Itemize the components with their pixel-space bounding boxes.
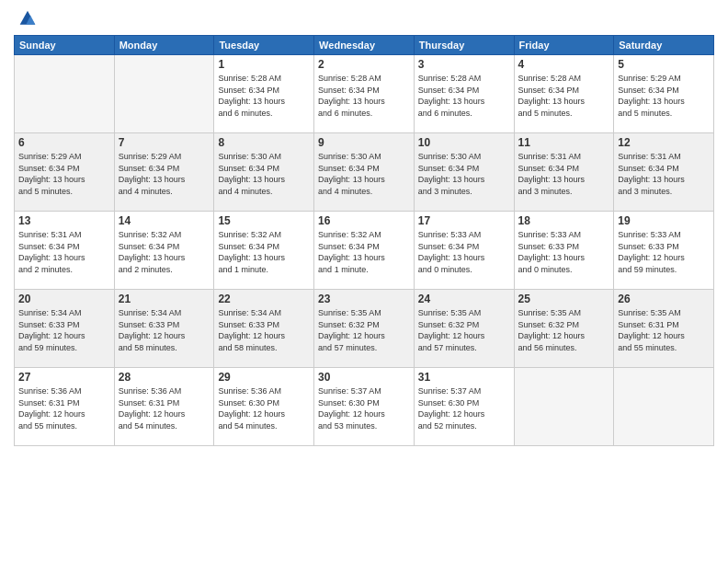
calendar-cell: 6Sunrise: 5:29 AM Sunset: 6:34 PM Daylig… [15,133,115,212]
day-info: Sunrise: 5:34 AM Sunset: 6:33 PM Dayligh… [119,307,210,353]
day-info: Sunrise: 5:34 AM Sunset: 6:33 PM Dayligh… [218,307,310,353]
calendar-cell: 19Sunrise: 5:33 AM Sunset: 6:33 PM Dayli… [614,212,714,290]
day-info: Sunrise: 5:28 AM Sunset: 6:34 PM Dayligh… [318,73,410,119]
calendar-cell: 2Sunrise: 5:28 AM Sunset: 6:34 PM Daylig… [314,55,415,133]
logo [14,9,37,28]
day-info: Sunrise: 5:36 AM Sunset: 6:31 PM Dayligh… [119,385,210,431]
week-row-5: 27Sunrise: 5:36 AM Sunset: 6:31 PM Dayli… [15,368,714,446]
day-info: Sunrise: 5:37 AM Sunset: 6:30 PM Dayligh… [418,385,510,431]
week-row-1: 1Sunrise: 5:28 AM Sunset: 6:34 PM Daylig… [15,55,714,133]
day-info: Sunrise: 5:32 AM Sunset: 6:34 PM Dayligh… [318,229,410,275]
calendar-cell [114,55,214,133]
day-info: Sunrise: 5:33 AM Sunset: 6:34 PM Dayligh… [418,229,510,275]
day-number: 3 [418,58,510,71]
day-info: Sunrise: 5:34 AM Sunset: 6:33 PM Dayligh… [18,307,110,353]
day-number: 18 [518,214,610,227]
calendar-cell: 23Sunrise: 5:35 AM Sunset: 6:32 PM Dayli… [314,290,415,368]
calendar-cell [15,55,115,133]
day-number: 2 [318,58,410,71]
calendar-cell: 13Sunrise: 5:31 AM Sunset: 6:34 PM Dayli… [15,212,115,290]
calendar: SundayMondayTuesdayWednesdayThursdayFrid… [14,35,714,446]
day-number: 30 [318,371,410,384]
day-info: Sunrise: 5:32 AM Sunset: 6:34 PM Dayligh… [218,229,310,275]
day-info: Sunrise: 5:36 AM Sunset: 6:30 PM Dayligh… [218,385,310,431]
day-info: Sunrise: 5:31 AM Sunset: 6:34 PM Dayligh… [618,151,710,197]
day-number: 14 [119,214,210,227]
page: SundayMondayTuesdayWednesdayThursdayFrid… [0,0,728,563]
calendar-cell: 1Sunrise: 5:28 AM Sunset: 6:34 PM Daylig… [214,55,314,133]
day-info: Sunrise: 5:28 AM Sunset: 6:34 PM Dayligh… [518,73,610,119]
calendar-cell: 21Sunrise: 5:34 AM Sunset: 6:33 PM Dayli… [114,290,214,368]
day-number: 12 [618,136,710,149]
calendar-cell: 7Sunrise: 5:29 AM Sunset: 6:34 PM Daylig… [114,133,214,212]
day-number: 13 [18,214,110,227]
day-info: Sunrise: 5:30 AM Sunset: 6:34 PM Dayligh… [318,151,410,197]
calendar-cell: 26Sunrise: 5:35 AM Sunset: 6:31 PM Dayli… [614,290,714,368]
day-number: 27 [18,371,110,384]
day-number: 5 [618,58,710,71]
calendar-cell: 18Sunrise: 5:33 AM Sunset: 6:33 PM Dayli… [514,212,614,290]
day-number: 31 [418,371,510,384]
calendar-cell: 8Sunrise: 5:30 AM Sunset: 6:34 PM Daylig… [214,133,314,212]
weekday-header-thursday: Thursday [414,36,514,55]
day-number: 17 [418,214,510,227]
day-number: 16 [318,214,410,227]
calendar-cell: 15Sunrise: 5:32 AM Sunset: 6:34 PM Dayli… [214,212,314,290]
calendar-cell: 25Sunrise: 5:35 AM Sunset: 6:32 PM Dayli… [514,290,614,368]
day-number: 22 [218,293,310,305]
day-number: 26 [618,293,710,305]
day-number: 24 [418,293,510,305]
calendar-cell: 30Sunrise: 5:37 AM Sunset: 6:30 PM Dayli… [314,368,415,446]
day-number: 28 [119,371,210,384]
day-info: Sunrise: 5:30 AM Sunset: 6:34 PM Dayligh… [418,151,510,197]
calendar-cell: 5Sunrise: 5:29 AM Sunset: 6:34 PM Daylig… [614,55,714,133]
day-info: Sunrise: 5:35 AM Sunset: 6:32 PM Dayligh… [318,307,410,353]
week-row-2: 6Sunrise: 5:29 AM Sunset: 6:34 PM Daylig… [15,133,714,212]
week-row-3: 13Sunrise: 5:31 AM Sunset: 6:34 PM Dayli… [15,212,714,290]
logo-icon [18,9,37,28]
calendar-cell [514,368,614,446]
calendar-cell: 10Sunrise: 5:30 AM Sunset: 6:34 PM Dayli… [414,133,514,212]
calendar-cell: 24Sunrise: 5:35 AM Sunset: 6:32 PM Dayli… [414,290,514,368]
day-info: Sunrise: 5:36 AM Sunset: 6:31 PM Dayligh… [18,385,110,431]
day-number: 4 [518,58,610,71]
week-row-4: 20Sunrise: 5:34 AM Sunset: 6:33 PM Dayli… [15,290,714,368]
day-info: Sunrise: 5:31 AM Sunset: 6:34 PM Dayligh… [518,151,610,197]
weekday-header-row: SundayMondayTuesdayWednesdayThursdayFrid… [15,36,714,55]
weekday-header-saturday: Saturday [614,36,714,55]
calendar-cell: 17Sunrise: 5:33 AM Sunset: 6:34 PM Dayli… [414,212,514,290]
weekday-header-friday: Friday [514,36,614,55]
weekday-header-wednesday: Wednesday [314,36,415,55]
day-info: Sunrise: 5:33 AM Sunset: 6:33 PM Dayligh… [618,229,710,275]
day-number: 7 [119,136,210,149]
header [14,9,714,28]
weekday-header-monday: Monday [114,36,214,55]
calendar-cell: 12Sunrise: 5:31 AM Sunset: 6:34 PM Dayli… [614,133,714,212]
weekday-header-tuesday: Tuesday [214,36,314,55]
calendar-cell: 31Sunrise: 5:37 AM Sunset: 6:30 PM Dayli… [414,368,514,446]
day-info: Sunrise: 5:33 AM Sunset: 6:33 PM Dayligh… [518,229,610,275]
day-info: Sunrise: 5:35 AM Sunset: 6:32 PM Dayligh… [418,307,510,353]
calendar-cell: 29Sunrise: 5:36 AM Sunset: 6:30 PM Dayli… [214,368,314,446]
day-number: 6 [18,136,110,149]
calendar-cell: 4Sunrise: 5:28 AM Sunset: 6:34 PM Daylig… [514,55,614,133]
calendar-cell: 16Sunrise: 5:32 AM Sunset: 6:34 PM Dayli… [314,212,415,290]
day-info: Sunrise: 5:29 AM Sunset: 6:34 PM Dayligh… [119,151,210,197]
day-info: Sunrise: 5:37 AM Sunset: 6:30 PM Dayligh… [318,385,410,431]
day-number: 8 [218,136,310,149]
day-info: Sunrise: 5:28 AM Sunset: 6:34 PM Dayligh… [418,73,510,119]
day-number: 1 [218,58,310,71]
day-number: 21 [119,293,210,305]
day-info: Sunrise: 5:32 AM Sunset: 6:34 PM Dayligh… [119,229,210,275]
day-info: Sunrise: 5:30 AM Sunset: 6:34 PM Dayligh… [218,151,310,197]
day-number: 9 [318,136,410,149]
day-info: Sunrise: 5:35 AM Sunset: 6:32 PM Dayligh… [518,307,610,353]
weekday-header-sunday: Sunday [15,36,115,55]
calendar-cell: 20Sunrise: 5:34 AM Sunset: 6:33 PM Dayli… [15,290,115,368]
calendar-cell: 28Sunrise: 5:36 AM Sunset: 6:31 PM Dayli… [114,368,214,446]
calendar-cell: 9Sunrise: 5:30 AM Sunset: 6:34 PM Daylig… [314,133,415,212]
day-number: 25 [518,293,610,305]
calendar-cell: 22Sunrise: 5:34 AM Sunset: 6:33 PM Dayli… [214,290,314,368]
calendar-cell: 11Sunrise: 5:31 AM Sunset: 6:34 PM Dayli… [514,133,614,212]
day-number: 20 [18,293,110,305]
